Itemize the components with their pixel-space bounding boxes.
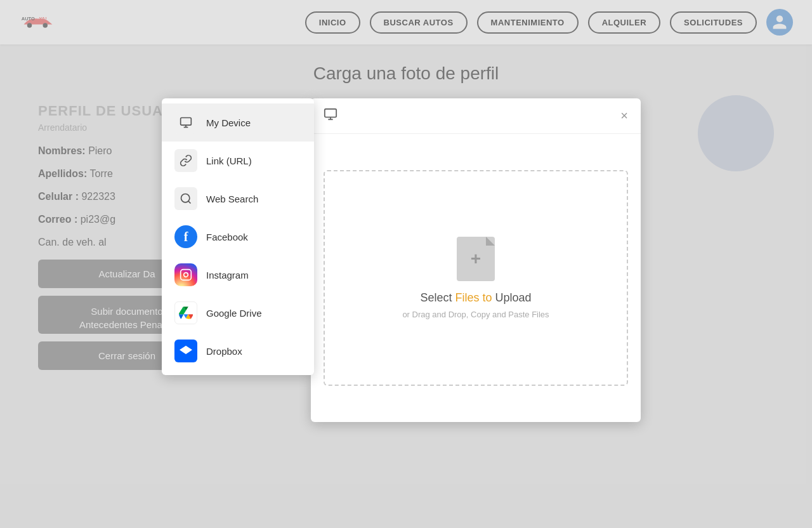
drop-select: Select xyxy=(420,291,452,304)
plus-icon: + xyxy=(471,249,481,269)
drop-label: Select Files to Upload xyxy=(420,291,531,305)
source-item-instagram[interactable]: Instagram xyxy=(162,256,314,294)
source-label-instagram: Instagram xyxy=(206,270,249,280)
file-icon: + xyxy=(457,237,495,281)
upload-modal: × + Select Files to Upload or Drag and D… xyxy=(311,98,641,422)
drop-zone[interactable]: + Select Files to Upload or Drag and Dro… xyxy=(324,170,628,386)
source-item-web-search[interactable]: Web Search xyxy=(162,180,314,218)
search-icon xyxy=(174,187,197,210)
svg-point-10 xyxy=(181,194,190,202)
svg-rect-7 xyxy=(181,118,192,126)
google-drive-icon xyxy=(174,301,197,324)
source-item-facebook[interactable]: f Facebook xyxy=(162,218,314,256)
drop-upload: Upload xyxy=(495,291,532,304)
facebook-icon: f xyxy=(174,225,197,248)
monitor-icon xyxy=(324,107,337,124)
source-label-my-device: My Device xyxy=(206,117,251,128)
svg-rect-12 xyxy=(181,270,192,280)
dropbox-icon xyxy=(174,340,197,362)
drop-to: to xyxy=(483,291,492,304)
source-item-my-device[interactable]: My Device xyxy=(162,103,314,142)
device-icon xyxy=(174,111,197,134)
drop-sublabel: or Drag and Drop, Copy and Paste Files xyxy=(402,310,549,319)
source-item-google-drive[interactable]: Google Drive xyxy=(162,294,314,332)
link-icon xyxy=(174,149,197,172)
source-item-link-url[interactable]: Link (URL) xyxy=(162,142,314,180)
source-label-link-url: Link (URL) xyxy=(206,155,252,166)
svg-line-11 xyxy=(188,201,191,204)
svg-rect-4 xyxy=(325,109,336,117)
modal-header: × xyxy=(311,98,641,134)
source-item-dropbox[interactable]: Dropbox xyxy=(162,332,314,370)
modal-close-button[interactable]: × xyxy=(620,109,628,123)
source-label-google-drive: Google Drive xyxy=(206,308,262,319)
source-label-dropbox: Dropbox xyxy=(206,346,242,357)
modal-body: + Select Files to Upload or Drag and Dro… xyxy=(311,134,641,422)
source-label-web-search: Web Search xyxy=(206,194,258,204)
source-panel: My Device Link (URL) Web Search f Facebo… xyxy=(162,98,314,375)
instagram-icon xyxy=(174,263,197,286)
source-label-facebook: Facebook xyxy=(206,232,248,242)
drop-files: Files xyxy=(455,291,479,304)
